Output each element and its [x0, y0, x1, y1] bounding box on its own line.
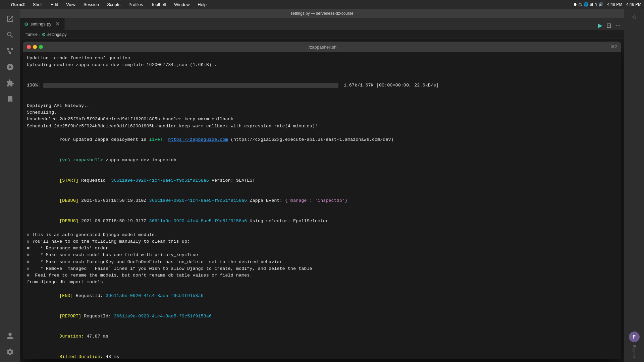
billed-val: 48 ms	[106, 354, 119, 359]
debug1-tag: [DEBUG]	[59, 198, 78, 203]
avatar[interactable]: F	[629, 331, 640, 342]
tab-file-icon: ⚙	[24, 21, 29, 27]
menubar-right: ⏺ ⚙ 🌐 ⊞ ♫ 🔊 4:48 PM 4:48 PM	[573, 2, 641, 7]
debug2-tag: [DEBUG]	[59, 219, 78, 224]
system-icons: ⏺ ⚙ 🌐 ⊞ ♫ 🔊	[573, 2, 603, 7]
terminal-title: ./zappashell.sh	[308, 45, 337, 50]
terminal-line-comment6: # * Remove `managed = False` lines if yo…	[27, 265, 617, 272]
menu-toolbelt[interactable]: Toolbelt	[150, 1, 167, 8]
menu-window[interactable]: Window	[173, 1, 191, 8]
billed-label: Billed Duration:	[59, 354, 106, 359]
breadcrumb-frankie[interactable]: frankie	[25, 32, 38, 37]
progress-bar-container	[43, 83, 338, 88]
terminal-line-7: Scheduled 2dc25f9bfe5f924b8dc1ced9d1f162…	[27, 123, 617, 130]
report-tag: [REPORT]	[59, 314, 81, 319]
terminal-line-live-url: Your updated Zappa deployment is live!: …	[27, 130, 617, 150]
start-val2: $LATEST	[236, 178, 255, 183]
terminal-line-billed: Billed Duration: 48 ms	[27, 347, 617, 359]
svg-point-2	[11, 48, 13, 50]
terminal-line-comment5: # * Make sure each ForeignKey and OneToO…	[27, 259, 617, 265]
report-label: RequestId:	[81, 314, 114, 319]
menu-shell[interactable]: Shell	[32, 1, 44, 8]
right-sidebar-bottom: F Support	[627, 331, 642, 359]
duration-val: 47.87 ms	[87, 334, 108, 339]
sidebar-item-settings[interactable]	[3, 345, 17, 359]
debug1-msg-pre: Zappa Event:	[247, 198, 285, 203]
live-mid: :	[163, 137, 168, 142]
start-label2: Version:	[209, 178, 236, 183]
sidebar-item-debug[interactable]	[3, 60, 17, 74]
menu-iterm2[interactable]: iTerm2	[9, 1, 26, 8]
minimize-button[interactable]	[33, 45, 37, 49]
debug1-ts: 2021-05-03T18:50:19.310Z	[78, 198, 149, 203]
terminal-line-comment2: # You'll have to do the following manual…	[27, 238, 617, 245]
run-button[interactable]: ▶	[597, 21, 603, 30]
menu-view[interactable]: View	[65, 1, 77, 8]
split-editor-button[interactable]: ⊡	[606, 21, 612, 30]
report-id: 36611a9e-0920-41c4-8ae5-f9c51f9158a6	[114, 314, 212, 319]
editor-terminal-split: ./zappashell.sh ⌘2 Updating Lambda funct…	[20, 39, 624, 362]
terminal-line-4: Deploying API Gateway..	[27, 103, 617, 109]
right-sidebar: ☆ F Support	[624, 9, 644, 362]
sidebar-item-bookmarks[interactable]	[3, 92, 17, 107]
sidebar-item-explorer[interactable]	[3, 11, 17, 26]
more-actions-button[interactable]: ···	[615, 21, 621, 30]
debug1-msg: {'manage': 'inspectdb'}	[285, 198, 347, 203]
menu-profiles[interactable]: Profiles	[127, 1, 144, 8]
sidebar-item-source-control[interactable]	[3, 44, 17, 58]
close-button[interactable]	[27, 45, 31, 49]
sidebar-item-search[interactable]	[3, 27, 17, 42]
menu-help[interactable]: Help	[196, 1, 208, 8]
progress-right: 1.67k/1.67k [00:00<00:00, 22.6kB/s]	[341, 82, 439, 89]
terminal-line-debug1: [DEBUG] 2021-05-03T18:50:19.310Z 36611a9…	[27, 191, 617, 211]
editor-title: settings.py — serverless-dz-course	[290, 11, 353, 16]
sidebar-item-extensions[interactable]	[3, 76, 17, 90]
menubar: iTerm2 Shell Edit View Session Scripts P…	[0, 0, 644, 9]
terminal-line-prompt-cmd: (ve) zappashell> zappa manage dev inspec…	[27, 150, 617, 171]
tab-label: settings.py	[31, 21, 51, 26]
svg-point-1	[7, 48, 9, 50]
menu-scripts[interactable]: Scripts	[106, 1, 122, 8]
debug2-msg: Using selector: EpollSelector	[247, 219, 328, 224]
tab-close-button[interactable]: ✕	[55, 21, 60, 27]
tab-settings-py[interactable]: ⚙ settings.py ✕	[20, 18, 65, 30]
menubar-left: iTerm2 Shell Edit View Session Scripts P…	[3, 1, 208, 8]
terminal-line-6: Unscheduled 2dc25f9bfe5f924b8dc1ced9d1f1…	[27, 116, 617, 123]
terminal-shortcut: ⌘2	[611, 45, 617, 49]
maximize-button[interactable]	[39, 45, 43, 49]
tab-bar-actions: ▶ ⊡ ···	[594, 21, 624, 30]
duration-label: Duration:	[59, 334, 87, 339]
live-badge: live!	[149, 137, 163, 142]
terminal-line-2: Uploading newline-zappa-course-dev-templ…	[27, 62, 617, 68]
start-tag: [START]	[59, 178, 78, 183]
editor-titlebar: settings.py — serverless-dz-course	[20, 9, 624, 18]
right-sidebar-top: ☆	[627, 11, 642, 330]
breadcrumb-file-icon: ⚙	[42, 32, 46, 37]
terminal-line-1: Updating Lambda function configuration..	[27, 55, 617, 62]
terminal-line-start: [START] RequestId: 36611a9e-0920-41c4-8a…	[27, 170, 617, 191]
terminal-line-comment7: # Feel free to rename the models, but do…	[27, 272, 617, 279]
star-button[interactable]: ☆	[627, 11, 642, 22]
start-label1: RequestId:	[78, 178, 111, 183]
debug2-ts: 2021-05-03T18:50:19.317Z	[78, 219, 149, 224]
terminal-line-comment3: # * Rearrange models' order	[27, 245, 617, 252]
end-tag: [END]	[59, 293, 73, 298]
sidebar-item-account[interactable]	[3, 328, 17, 343]
svg-point-0	[9, 52, 11, 54]
menu-session[interactable]: Session	[82, 1, 100, 8]
breadcrumb-settings-py[interactable]: settings.py	[47, 32, 66, 37]
terminal-line-comment1: # This is an auto-generated Django model…	[27, 232, 617, 238]
terminal-line-5: Scheduling..	[27, 109, 617, 116]
prompt-prefix-1: (ve) zappashell>	[59, 158, 103, 163]
terminal-line-report: [REPORT] RequestId: 36611a9e-0920-41c4-8…	[27, 306, 617, 326]
menu-edit[interactable]: Edit	[49, 1, 59, 8]
window-buttons	[27, 45, 43, 49]
end-label: RequestId:	[73, 293, 106, 298]
tab-bar: ⚙ settings.py ✕ ▶ ⊡ ···	[20, 18, 624, 30]
date-time: 4:48 PM	[607, 2, 623, 7]
start-id1: 36611a9e-0920-41c4-8ae5-f9c51f9158a6	[111, 178, 209, 183]
live-url[interactable]: https://zappaguide.com	[168, 137, 228, 142]
terminal-titlebar: ./zappashell.sh ⌘2	[23, 42, 621, 52]
terminal-content[interactable]: Updating Lambda function configuration..…	[23, 52, 621, 359]
terminal-line-debug2: [DEBUG] 2021-05-03T18:50:19.317Z 36611a9…	[27, 211, 617, 232]
